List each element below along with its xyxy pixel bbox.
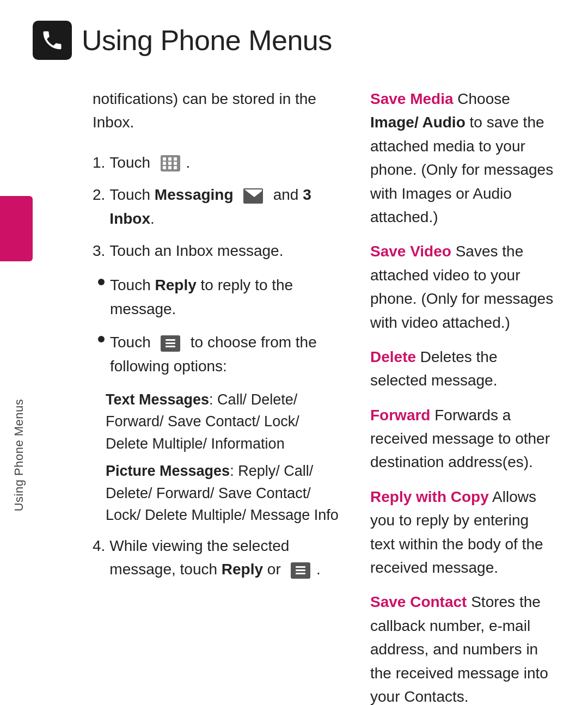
list-item: Touch Reply to reply to the message. (93, 273, 343, 321)
page-title: Using Phone Menus (82, 24, 332, 57)
numbered-list: 1. Touch . (93, 151, 343, 263)
page-header: Using Phone Menus (0, 0, 588, 71)
picture-messages-section: Picture Messages: Reply/ Call/ Delete/ F… (106, 460, 343, 526)
save-video-section: Save Video Saves the attached video to y… (370, 240, 555, 334)
text-messages-section: Text Messages: Call/ Delete/ Forward/ Sa… (106, 389, 343, 455)
reply-with-copy-label: Reply with Copy (370, 488, 489, 505)
grid-icon (161, 155, 180, 171)
menu-icon-2 (291, 562, 310, 579)
save-video-label: Save Video (370, 243, 451, 260)
menu-icon (161, 335, 180, 352)
list-item: 2. Touch Messaging and 3 Inbox. (93, 183, 343, 230)
bullet-dot (98, 336, 105, 342)
list-item: 1. Touch . (93, 151, 343, 174)
forward-label: Forward (370, 407, 430, 424)
save-media-section: Save Media Choose Image/ Audio to save t… (370, 87, 555, 229)
right-column: Save Media Choose Image/ Audio to save t… (359, 87, 588, 705)
bullet-list: Touch Reply to reply to the message. Tou… (93, 273, 343, 378)
delete-label: Delete (370, 348, 416, 365)
phone-icon (33, 21, 72, 60)
left-column: notifications) can be stored in the Inbo… (38, 87, 359, 705)
save-contact-label: Save Contact (370, 593, 467, 610)
mail-icon (243, 188, 263, 204)
forward-section: Forward Forwards a received message to o… (370, 403, 555, 474)
sub-sections: Text Messages: Call/ Delete/ Forward/ Sa… (106, 389, 343, 526)
save-contact-section: Save Contact Stores the callback number,… (370, 590, 555, 705)
list-item: 4. While viewing the selected message, t… (93, 534, 343, 581)
side-tab-label: Using Phone Menus (12, 399, 26, 511)
numbered-list-4: 4. While viewing the selected message, t… (93, 534, 343, 581)
intro-text: notifications) can be stored in the Inbo… (93, 87, 343, 134)
bullet-dot (98, 279, 105, 285)
side-tab: Using Phone Menus (0, 87, 38, 705)
save-media-label: Save Media (370, 90, 454, 107)
reply-with-copy-section: Reply with Copy Allows you to reply by e… (370, 485, 555, 580)
page: Using Phone Menus Using Phone Menus noti… (0, 0, 588, 705)
list-item: 3. Touch an Inbox message. (93, 239, 343, 262)
content-area: Using Phone Menus notifications) can be … (0, 87, 588, 705)
save-media-text: Choose Image/ Audio to save the attached… (370, 90, 553, 225)
list-item: Touch to choose from the following optio… (93, 330, 343, 378)
side-tab-marker (0, 196, 33, 261)
delete-section: Delete Deletes the selected message. (370, 345, 555, 393)
